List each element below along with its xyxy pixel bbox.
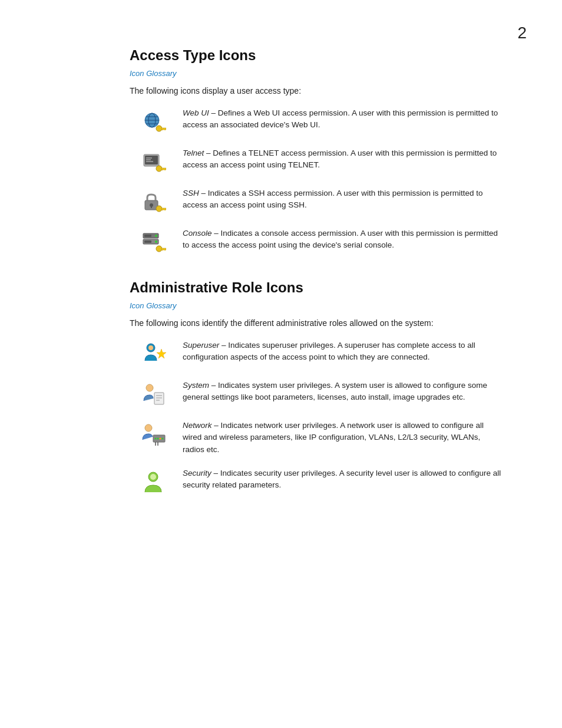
svg-rect-20 (151, 206, 152, 208)
access-type-title: Access Type Icons (130, 47, 503, 64)
admin-role-icon-list: Superuser – Indicates superuser privileg… (130, 340, 503, 496)
svg-point-31 (156, 246, 162, 252)
svg-rect-16 (164, 168, 166, 170)
svg-rect-29 (144, 235, 151, 237)
network-user-icon (130, 420, 177, 448)
svg-point-5 (156, 126, 162, 131)
system-user-icon (130, 380, 177, 408)
telnet-icon (130, 147, 177, 176)
svg-point-28 (155, 241, 157, 243)
ssh-desc: SSH – Indicates a SSH access permission.… (177, 187, 503, 212)
svg-point-21 (156, 206, 162, 212)
admin-role-intro: The following icons identify the differe… (130, 318, 503, 328)
svg-marker-37 (157, 349, 166, 358)
svg-rect-30 (144, 241, 151, 243)
svg-rect-33 (164, 248, 166, 251)
console-icon (130, 228, 177, 256)
svg-point-47 (160, 438, 161, 440)
admin-role-breadcrumb[interactable]: Icon Glossary (130, 301, 176, 310)
list-item: Security – Indicates security user privi… (130, 467, 503, 496)
svg-point-43 (145, 424, 152, 431)
svg-point-45 (155, 438, 157, 440)
list-item: System – Indicates system user privilege… (130, 380, 503, 408)
system-user-desc: System – Indicates system user privilege… (177, 380, 503, 404)
security-user-icon (130, 467, 177, 496)
svg-rect-8 (162, 128, 163, 130)
list-item: SSH – Indicates a SSH access permission.… (130, 187, 503, 216)
svg-rect-7 (164, 128, 166, 130)
web-ui-icon (130, 107, 177, 136)
list-item: Superuser – Indicates superuser privileg… (130, 340, 503, 368)
svg-rect-24 (162, 208, 163, 210)
list-item: Console – Indicates a console access per… (130, 228, 503, 256)
svg-point-36 (148, 345, 153, 350)
list-item: Web UI – Defines a Web UI access permiss… (130, 107, 503, 136)
svg-rect-34 (162, 248, 163, 251)
svg-point-38 (146, 384, 153, 391)
access-type-intro: The following icons display a user acces… (130, 86, 503, 95)
svg-point-48 (162, 438, 164, 440)
list-item: Network – Indicates network user privile… (130, 420, 503, 456)
security-user-desc: Security – Indicates security user privi… (177, 467, 503, 492)
list-item: Telnet – Defines a TELNET access permiss… (130, 147, 503, 176)
superuser-desc: Superuser – Indicates superuser privileg… (177, 340, 503, 364)
access-type-breadcrumb[interactable]: Icon Glossary (130, 69, 176, 78)
svg-rect-23 (164, 208, 166, 210)
svg-point-14 (156, 166, 162, 172)
access-type-section: Access Type Icons Icon Glossary The foll… (130, 47, 503, 256)
admin-role-title: Administrative Role Icons (130, 279, 503, 296)
svg-rect-17 (162, 168, 163, 170)
admin-role-section: Administrative Role Icons Icon Glossary … (130, 279, 503, 496)
svg-point-27 (155, 235, 157, 237)
svg-rect-39 (154, 393, 164, 404)
superuser-icon (130, 340, 177, 368)
network-user-desc: Network – Indicates network user privile… (177, 420, 503, 456)
svg-point-46 (157, 438, 159, 440)
web-ui-desc: Web UI – Defines a Web UI access permiss… (177, 107, 503, 131)
console-desc: Console – Indicates a console access per… (177, 228, 503, 252)
page-number: 2 (517, 24, 527, 42)
svg-point-52 (150, 474, 156, 480)
telnet-desc: Telnet – Defines a TELNET access permiss… (177, 147, 503, 172)
access-type-icon-list: Web UI – Defines a Web UI access permiss… (130, 107, 503, 256)
ssh-icon (130, 187, 177, 216)
